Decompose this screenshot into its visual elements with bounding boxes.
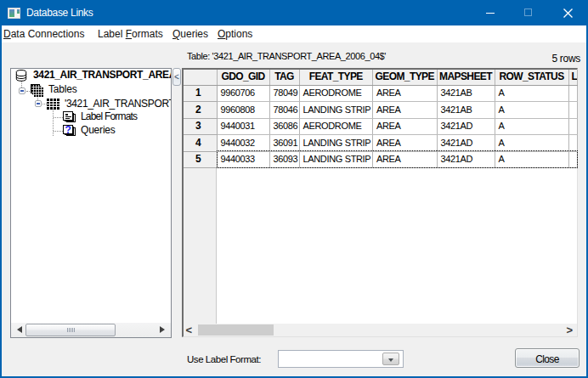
svg-text:?: ? xyxy=(65,125,71,136)
